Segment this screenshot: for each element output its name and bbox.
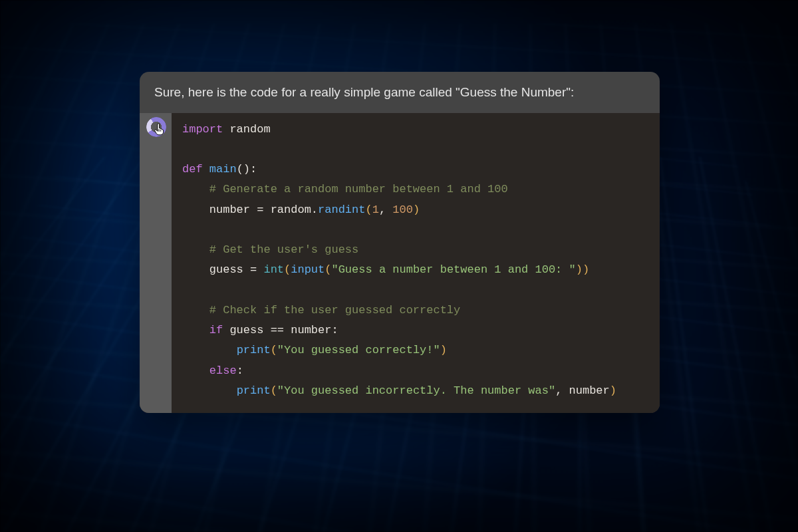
token-punctuation: ( <box>271 384 277 397</box>
token-punctuation: )) <box>576 263 589 276</box>
code-block-container: import random def main(): # Generate a r… <box>140 113 660 414</box>
token-function: input <box>291 263 325 276</box>
token-number: 100 <box>392 203 413 216</box>
token-string: "Guess a number between 1 and 100: " <box>331 263 575 276</box>
token-function: main <box>209 163 237 176</box>
token-comment: # Get the user's guess <box>209 243 358 256</box>
token-keyword: def <box>182 163 203 176</box>
token-number: 1 <box>372 203 379 216</box>
token-string: "You guessed correctly!" <box>277 344 440 356</box>
token-keyword: if <box>209 324 223 336</box>
token-string: "You guessed incorrectly. The number was… <box>277 384 555 397</box>
loading-spinner-icon <box>146 117 166 137</box>
token-identifier: guess <box>209 263 243 276</box>
token-keyword: import <box>182 123 223 136</box>
token-punctuation: , <box>379 203 392 216</box>
token-identifier: guess <box>229 324 263 336</box>
token-operator: == <box>271 324 284 336</box>
hand-pointer-cursor-icon <box>153 123 165 136</box>
token-punctuation: ( <box>365 203 372 216</box>
token-punctuation: ) <box>413 203 420 216</box>
token-punctuation: ) <box>440 344 447 356</box>
token-function: print <box>237 384 271 397</box>
token-function: print <box>237 344 271 356</box>
token-identifier: number <box>569 384 610 397</box>
token-keyword: else <box>209 364 237 377</box>
token-function: randint <box>318 203 365 216</box>
token-punctuation: ( <box>284 263 291 276</box>
token-module: random <box>229 123 270 136</box>
token-identifier: number <box>291 324 331 336</box>
token-identifier: number <box>209 203 250 216</box>
token-punctuation: , <box>555 384 569 397</box>
token-operator: = <box>257 203 263 216</box>
code-editor[interactable]: import random def main(): # Generate a r… <box>172 113 660 414</box>
token-punctuation: (): <box>237 163 257 176</box>
token-punctuation: : <box>237 364 243 377</box>
code-gutter <box>140 113 172 414</box>
token-punctuation: . <box>311 203 318 216</box>
token-comment: # Generate a random number between 1 and… <box>209 183 508 196</box>
token-punctuation: ( <box>325 263 331 276</box>
chat-intro-text: Sure, here is the code for a really simp… <box>140 72 660 113</box>
token-operator: = <box>250 263 257 276</box>
token-comment: # Check if the user guessed correctly <box>209 304 460 317</box>
token-identifier: random <box>271 203 311 216</box>
chat-response-card: Sure, here is the code for a really simp… <box>140 72 660 413</box>
token-punctuation: ( <box>271 344 277 356</box>
token-builtin: int <box>263 263 284 276</box>
token-punctuation: ) <box>610 384 616 397</box>
token-punctuation: : <box>331 324 338 336</box>
